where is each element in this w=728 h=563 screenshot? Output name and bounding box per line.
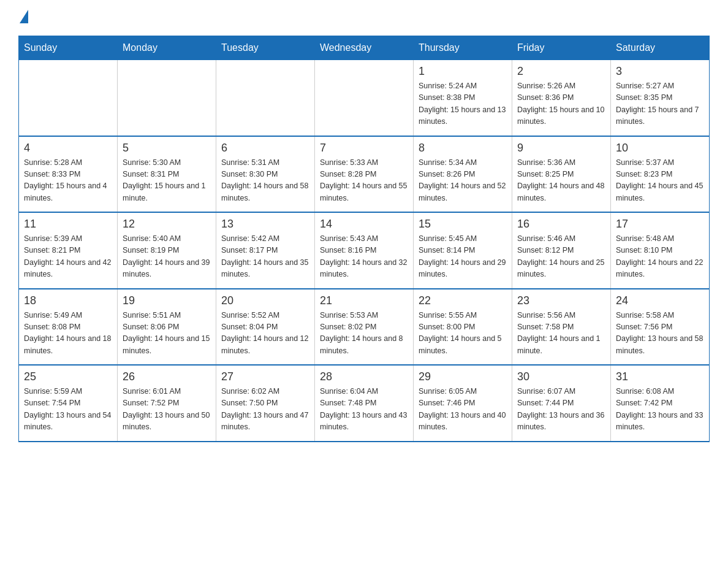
day-number: 18 <box>24 294 112 307</box>
calendar-cell: 15Sunrise: 5:45 AMSunset: 8:14 PMDayligh… <box>414 212 512 289</box>
day-info: Sunrise: 5:31 AMSunset: 8:30 PMDaylight:… <box>221 157 309 205</box>
calendar-cell: 23Sunrise: 5:56 AMSunset: 7:58 PMDayligh… <box>512 289 611 366</box>
day-number: 9 <box>517 142 605 155</box>
day-info: Sunrise: 5:33 AMSunset: 8:28 PMDaylight:… <box>320 157 408 205</box>
day-info: Sunrise: 5:36 AMSunset: 8:25 PMDaylight:… <box>517 157 605 205</box>
day-number: 4 <box>24 142 112 155</box>
calendar-table: Sunday Monday Tuesday Wednesday Thursday… <box>18 36 710 442</box>
calendar-week-row: 11Sunrise: 5:39 AMSunset: 8:21 PMDayligh… <box>19 212 710 289</box>
day-number: 30 <box>517 370 605 383</box>
header-tuesday: Tuesday <box>216 36 315 60</box>
header-sunday: Sunday <box>19 36 118 60</box>
calendar-cell: 12Sunrise: 5:40 AMSunset: 8:19 PMDayligh… <box>118 212 216 289</box>
day-number: 16 <box>517 218 605 231</box>
calendar-cell: 4Sunrise: 5:28 AMSunset: 8:33 PMDaylight… <box>19 136 118 213</box>
calendar-cell: 1Sunrise: 5:24 AMSunset: 8:38 PMDaylight… <box>414 60 512 136</box>
calendar-cell: 19Sunrise: 5:51 AMSunset: 8:06 PMDayligh… <box>118 289 216 366</box>
day-number: 19 <box>123 294 211 307</box>
day-number: 5 <box>123 142 211 155</box>
day-number: 8 <box>419 142 507 155</box>
day-info: Sunrise: 5:28 AMSunset: 8:33 PMDaylight:… <box>24 157 112 205</box>
calendar-cell: 13Sunrise: 5:42 AMSunset: 8:17 PMDayligh… <box>216 212 315 289</box>
calendar-cell: 29Sunrise: 6:05 AMSunset: 7:46 PMDayligh… <box>414 365 512 442</box>
day-info: Sunrise: 5:46 AMSunset: 8:12 PMDaylight:… <box>517 233 605 281</box>
day-info: Sunrise: 5:53 AMSunset: 8:02 PMDaylight:… <box>320 310 408 358</box>
calendar-cell: 10Sunrise: 5:37 AMSunset: 8:23 PMDayligh… <box>611 136 710 213</box>
calendar-body: 1Sunrise: 5:24 AMSunset: 8:38 PMDaylight… <box>19 60 710 442</box>
calendar-cell: 30Sunrise: 6:07 AMSunset: 7:44 PMDayligh… <box>512 365 611 442</box>
header-monday: Monday <box>118 36 216 60</box>
calendar-cell: 27Sunrise: 6:02 AMSunset: 7:50 PMDayligh… <box>216 365 315 442</box>
day-number: 31 <box>616 370 704 383</box>
header-saturday: Saturday <box>611 36 710 60</box>
day-info: Sunrise: 6:01 AMSunset: 7:52 PMDaylight:… <box>123 386 211 434</box>
day-info: Sunrise: 5:39 AMSunset: 8:21 PMDaylight:… <box>24 233 112 281</box>
day-number: 21 <box>320 294 408 307</box>
logo <box>18 12 28 23</box>
calendar-cell: 22Sunrise: 5:55 AMSunset: 8:00 PMDayligh… <box>414 289 512 366</box>
logo-triangle-icon <box>20 10 28 23</box>
header-wednesday: Wednesday <box>315 36 414 60</box>
day-number: 28 <box>320 370 408 383</box>
day-info: Sunrise: 5:49 AMSunset: 8:08 PMDaylight:… <box>24 310 112 358</box>
calendar-cell: 26Sunrise: 6:01 AMSunset: 7:52 PMDayligh… <box>118 365 216 442</box>
day-number: 22 <box>419 294 507 307</box>
day-info: Sunrise: 5:42 AMSunset: 8:17 PMDaylight:… <box>221 233 309 281</box>
calendar-cell: 8Sunrise: 5:34 AMSunset: 8:26 PMDaylight… <box>414 136 512 213</box>
day-number: 27 <box>221 370 309 383</box>
calendar-cell: 6Sunrise: 5:31 AMSunset: 8:30 PMDaylight… <box>216 136 315 213</box>
calendar-cell: 31Sunrise: 6:08 AMSunset: 7:42 PMDayligh… <box>611 365 710 442</box>
day-info: Sunrise: 6:05 AMSunset: 7:46 PMDaylight:… <box>419 386 507 434</box>
day-info: Sunrise: 5:56 AMSunset: 7:58 PMDaylight:… <box>517 310 605 358</box>
calendar-week-row: 4Sunrise: 5:28 AMSunset: 8:33 PMDaylight… <box>19 136 710 213</box>
day-info: Sunrise: 5:26 AMSunset: 8:36 PMDaylight:… <box>517 80 605 128</box>
calendar-week-row: 18Sunrise: 5:49 AMSunset: 8:08 PMDayligh… <box>19 289 710 366</box>
day-info: Sunrise: 5:40 AMSunset: 8:19 PMDaylight:… <box>123 233 211 281</box>
day-info: Sunrise: 5:30 AMSunset: 8:31 PMDaylight:… <box>123 157 211 205</box>
calendar-cell: 20Sunrise: 5:52 AMSunset: 8:04 PMDayligh… <box>216 289 315 366</box>
calendar-cell: 14Sunrise: 5:43 AMSunset: 8:16 PMDayligh… <box>315 212 414 289</box>
day-number: 20 <box>221 294 309 307</box>
day-number: 1 <box>419 65 507 78</box>
day-number: 14 <box>320 218 408 231</box>
day-info: Sunrise: 5:27 AMSunset: 8:35 PMDaylight:… <box>616 80 704 128</box>
day-number: 12 <box>123 218 211 231</box>
day-info: Sunrise: 5:24 AMSunset: 8:38 PMDaylight:… <box>419 80 507 128</box>
day-info: Sunrise: 5:37 AMSunset: 8:23 PMDaylight:… <box>616 157 704 205</box>
day-number: 23 <box>517 294 605 307</box>
calendar-cell: 18Sunrise: 5:49 AMSunset: 8:08 PMDayligh… <box>19 289 118 366</box>
day-number: 13 <box>221 218 309 231</box>
day-number: 25 <box>24 370 112 383</box>
calendar-cell <box>315 60 414 136</box>
day-number: 17 <box>616 218 704 231</box>
page-header <box>18 12 710 23</box>
day-number: 3 <box>616 65 704 78</box>
calendar-cell: 2Sunrise: 5:26 AMSunset: 8:36 PMDaylight… <box>512 60 611 136</box>
calendar-cell: 11Sunrise: 5:39 AMSunset: 8:21 PMDayligh… <box>19 212 118 289</box>
calendar-cell: 17Sunrise: 5:48 AMSunset: 8:10 PMDayligh… <box>611 212 710 289</box>
day-info: Sunrise: 6:04 AMSunset: 7:48 PMDaylight:… <box>320 386 408 434</box>
day-info: Sunrise: 5:51 AMSunset: 8:06 PMDaylight:… <box>123 310 211 358</box>
header-thursday: Thursday <box>414 36 512 60</box>
calendar-cell: 7Sunrise: 5:33 AMSunset: 8:28 PMDaylight… <box>315 136 414 213</box>
day-number: 15 <box>419 218 507 231</box>
calendar-cell: 9Sunrise: 5:36 AMSunset: 8:25 PMDaylight… <box>512 136 611 213</box>
day-number: 6 <box>221 142 309 155</box>
calendar-cell: 16Sunrise: 5:46 AMSunset: 8:12 PMDayligh… <box>512 212 611 289</box>
day-info: Sunrise: 6:07 AMSunset: 7:44 PMDaylight:… <box>517 386 605 434</box>
day-number: 2 <box>517 65 605 78</box>
calendar-cell: 24Sunrise: 5:58 AMSunset: 7:56 PMDayligh… <box>611 289 710 366</box>
day-info: Sunrise: 5:59 AMSunset: 7:54 PMDaylight:… <box>24 386 112 434</box>
calendar-cell <box>216 60 315 136</box>
day-info: Sunrise: 5:52 AMSunset: 8:04 PMDaylight:… <box>221 310 309 358</box>
calendar-cell <box>118 60 216 136</box>
weekday-header-row: Sunday Monday Tuesday Wednesday Thursday… <box>19 36 710 60</box>
day-number: 7 <box>320 142 408 155</box>
day-info: Sunrise: 6:08 AMSunset: 7:42 PMDaylight:… <box>616 386 704 434</box>
calendar-week-row: 25Sunrise: 5:59 AMSunset: 7:54 PMDayligh… <box>19 365 710 442</box>
day-number: 10 <box>616 142 704 155</box>
day-number: 11 <box>24 218 112 231</box>
day-info: Sunrise: 5:55 AMSunset: 8:00 PMDaylight:… <box>419 310 507 358</box>
header-friday: Friday <box>512 36 611 60</box>
calendar-cell: 3Sunrise: 5:27 AMSunset: 8:35 PMDaylight… <box>611 60 710 136</box>
